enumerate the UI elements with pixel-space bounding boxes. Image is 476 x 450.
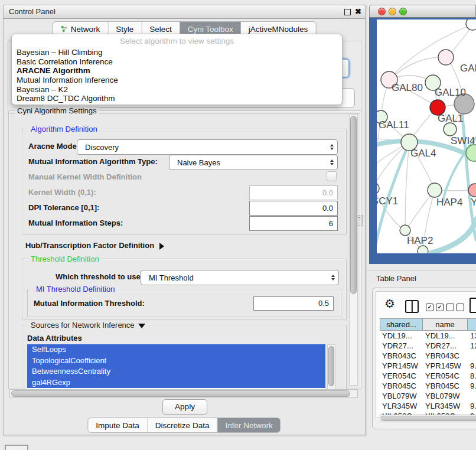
table-row[interactable]: YPR145WYPR145W9. xyxy=(380,361,476,371)
table-horizontal-scrollbar-thumb[interactable] xyxy=(381,416,476,421)
column-header-shared[interactable]: shared... xyxy=(380,318,423,331)
settings-horizontal-scrollbar[interactable] xyxy=(9,389,358,398)
table-horizontal-scrollbar[interactable] xyxy=(380,415,476,422)
tab-label: Infer Network xyxy=(225,421,272,430)
apply-button[interactable]: Apply xyxy=(162,399,207,415)
node-gal[interactable] xyxy=(438,50,454,65)
window-close-button[interactable] xyxy=(378,8,386,15)
table-row[interactable]: YBL079WYBL079W xyxy=(380,391,476,401)
node-hap2[interactable] xyxy=(400,225,410,236)
table-row[interactable]: YBR043CYBR043C xyxy=(380,351,476,361)
table-row[interactable]: YDL19...YDL19...13 xyxy=(380,331,476,341)
algorithm-option-mutual-information-inference[interactable]: Mutual Information Inference xyxy=(12,76,342,85)
attribute-selfloops[interactable]: SelfLoops xyxy=(27,344,325,356)
algorithm-option-bayesian-k2[interactable]: Bayesian – K2 xyxy=(12,85,342,94)
network-window-titlebar[interactable] xyxy=(369,5,476,18)
control-panel-bottom-tabbar: Impute DataDiscretize DataInfer Network xyxy=(87,418,281,433)
table-cell: 9. xyxy=(468,361,476,371)
node-label-gal: GAL xyxy=(460,63,476,74)
tab-label: Impute Data xyxy=(96,421,139,430)
table-cell: YBL079W xyxy=(380,391,423,401)
node-label-gal11: GAL11 xyxy=(379,119,409,131)
node-hap4[interactable] xyxy=(428,183,442,197)
tab-infer-network[interactable]: Infer Network xyxy=(217,418,280,432)
sources-group-title[interactable]: Sources for Network Inference xyxy=(28,321,148,330)
data-attributes-label: Data Attributes xyxy=(27,334,82,343)
node-gcy1[interactable] xyxy=(377,182,379,194)
document-icon[interactable] xyxy=(470,298,476,313)
which-threshold-label: Which threshold to use: xyxy=(56,272,143,281)
table-row[interactable]: YLR345WYLR345W9. xyxy=(380,401,476,411)
attribute-betweennesscentrality[interactable]: BetweennessCentrality xyxy=(27,366,325,377)
settings-vertical-scrollbar-thumb[interactable] xyxy=(350,116,357,294)
dpi-tolerance-label: DPI Tolerance [0,1]: xyxy=(28,203,99,212)
algorithm-option-bayesian-hill-climbing[interactable]: Bayesian – Hill Climbing xyxy=(12,48,342,57)
algorithm-option-basic-correlation-inference[interactable]: Basic Correlation Inference xyxy=(12,57,342,67)
dpi-tolerance-field[interactable]: 0.0 xyxy=(249,201,338,216)
select-all-icon[interactable]: ✓ ✓ xyxy=(426,304,444,311)
algorithm-option-aracne-algorithm[interactable]: ARACNE Algorithm xyxy=(12,66,342,76)
float-window-button[interactable] xyxy=(344,9,351,15)
network-edge xyxy=(405,142,409,230)
combo-stepper-icon xyxy=(331,275,335,281)
attribute-topologicalcoefficient[interactable]: TopologicalCoefficient xyxy=(27,356,325,367)
window-zoom-button[interactable] xyxy=(399,8,407,15)
network-view-window: GALGAL80GAL10GAL1GAL11GAL4SWI4GCY1HAP4YH… xyxy=(369,5,476,264)
table-cell: YDR27... xyxy=(423,341,468,351)
mi-algorithm-type-combo[interactable]: Naive Bayes xyxy=(169,155,338,170)
algorithm-option-dream8-dc-tdc-algorithm[interactable]: Dream8 DC_TDC Algorithm xyxy=(12,94,342,103)
attribute-gal4rgexp[interactable]: gal4RGexp xyxy=(27,377,325,389)
network-graph[interactable]: GALGAL80GAL10GAL1GAL11GAL4SWI4GCY1HAP4YH… xyxy=(377,19,476,253)
tab-discretize-data[interactable]: Discretize Data xyxy=(148,418,218,432)
gear-icon[interactable]: ⚙ xyxy=(384,296,395,311)
table-cell: YBL079W xyxy=(423,391,468,401)
table-cell: YDL19... xyxy=(423,331,468,341)
algorithm-definition-title: Algorithm Definition xyxy=(28,125,100,133)
node-label-y: Y xyxy=(471,197,476,208)
table-cell: YER054C xyxy=(380,371,423,381)
table-cell: YLR345W xyxy=(423,401,468,411)
collapsed-panel-fragment[interactable] xyxy=(5,445,28,450)
checked-box-icon: ✓ xyxy=(436,304,444,311)
table-row[interactable]: YER054CYER054C8. xyxy=(380,371,476,381)
network-canvas-container[interactable]: GALGAL80GAL10GAL1GAL11GAL4SWI4GCY1HAP4YH… xyxy=(377,19,476,253)
manual-kernel-width-label: Manual Kernel Width Definition xyxy=(28,172,142,181)
data-attributes-list[interactable]: SelfLoopsTopologicalCoefficientBetweenne… xyxy=(27,344,325,390)
algorithm-dropdown-popup: Select algorithm to view settings Bayesi… xyxy=(11,34,343,105)
tab-impute-data[interactable]: Impute Data xyxy=(88,418,148,432)
node-label-hap4: HAP4 xyxy=(436,197,462,208)
mi-steps-label: Mutual Information Steps: xyxy=(28,219,123,227)
which-threshold-combo[interactable]: MI Threshold xyxy=(141,270,339,285)
table-cell: 8. xyxy=(468,371,476,381)
node-label-gcy1: GCY1 xyxy=(377,195,398,207)
mi-steps-field[interactable]: 6 xyxy=(249,216,338,231)
collapsed-arrow-icon xyxy=(159,243,164,250)
combo-stepper-icon xyxy=(330,144,334,150)
settings-vertical-scrollbar[interactable] xyxy=(349,114,358,386)
column-header-col2[interactable] xyxy=(468,318,476,331)
settings-horizontal-scrollbar-thumb[interactable] xyxy=(11,390,350,397)
expanded-arrow-icon xyxy=(138,324,145,328)
node-unlabeled[interactable] xyxy=(418,246,428,253)
manual-kernel-width-checkbox[interactable] xyxy=(327,171,337,181)
split-columns-icon[interactable] xyxy=(405,300,419,313)
attributes-list-scrollbar[interactable] xyxy=(327,344,335,390)
kernel-width-label: Kernel Width (0,1): xyxy=(28,188,96,197)
table-cell: 9. xyxy=(468,381,476,391)
node-swi4[interactable] xyxy=(444,123,457,136)
node-unlabeled[interactable] xyxy=(466,19,476,30)
window-traffic-lights xyxy=(378,8,407,15)
attributes-list-scrollbar-thumb[interactable] xyxy=(328,346,334,386)
close-panel-button[interactable]: ✖ xyxy=(355,6,361,17)
mi-algorithm-type-value: Naive Bayes xyxy=(177,158,220,167)
aracne-mode-combo[interactable]: Discovery xyxy=(77,139,338,155)
mi-threshold-field[interactable]: 0.5 xyxy=(253,296,334,311)
column-header-name[interactable]: name xyxy=(423,318,468,331)
window-minimize-button[interactable] xyxy=(389,8,396,15)
hub-definition-toggle[interactable]: Hub/Transcription Factor Definition xyxy=(25,241,164,250)
kernel-width-field[interactable]: 0.0 xyxy=(249,185,338,200)
table-row[interactable]: YDR27...YDR27...12 xyxy=(380,341,476,351)
mi-algorithm-type-label: Mutual Information Algorithm Type: xyxy=(28,157,158,166)
table-row[interactable]: YBR045CYBR045C9. xyxy=(380,381,476,391)
select-none-icon[interactable] xyxy=(446,304,464,311)
